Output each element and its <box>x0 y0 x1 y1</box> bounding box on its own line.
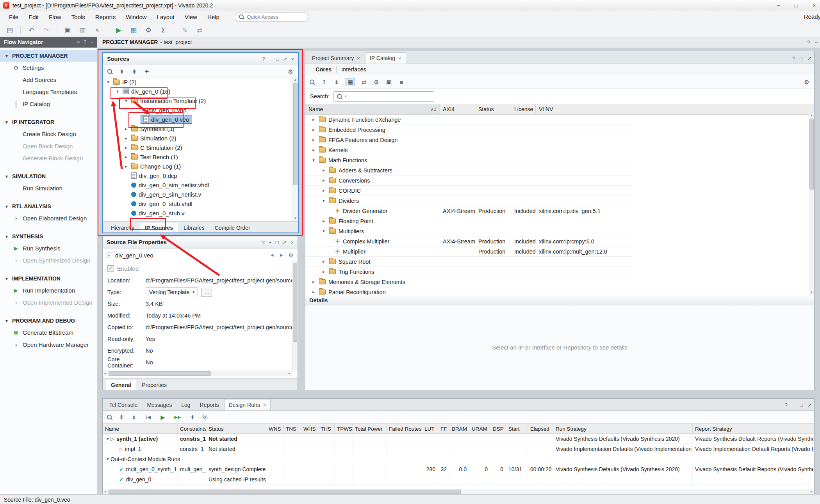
tree-item-div-gen-0-vho[interactable]: div_gen_0.vho <box>103 105 292 115</box>
reset-runs-icon[interactable] <box>143 415 154 419</box>
tab-messages[interactable]: Messages <box>143 399 176 410</box>
float-icon[interactable] <box>283 57 287 62</box>
tree-item-test-bench[interactable]: Test Bench (1) <box>103 152 292 161</box>
launch-run-icon[interactable] <box>159 414 166 420</box>
tree-item-c-simulation[interactable]: C Simulation (2) <box>103 143 292 152</box>
search-input[interactable] <box>333 91 434 102</box>
chevron-down-icon[interactable] <box>105 457 111 461</box>
tree-item-sim-netlist-v[interactable]: div_gen_0_sim_netlist.v <box>103 190 292 199</box>
tab-project-summary[interactable]: Project Summary <box>308 53 364 64</box>
settings-gear-icon[interactable] <box>803 79 810 85</box>
type-dropdown[interactable]: Verilog Template <box>146 287 198 297</box>
ip-catalog-row-cordic[interactable]: CORDIC <box>305 186 633 196</box>
expand-all-icon[interactable] <box>333 79 340 85</box>
chevron-right-icon[interactable] <box>123 136 129 140</box>
sources-panel-header[interactable]: Sources <box>103 53 298 65</box>
program-device-icon[interactable] <box>129 27 138 34</box>
chevron-right-icon[interactable] <box>311 138 316 142</box>
scroll-left-icon[interactable] <box>103 371 108 376</box>
minimize-icon[interactable] <box>269 240 272 245</box>
tab-compile-order[interactable]: Compile Order <box>210 223 255 232</box>
group-by-category-icon[interactable] <box>346 78 355 86</box>
edit-icon[interactable] <box>180 27 189 34</box>
menu-edit[interactable]: Edit <box>23 12 44 22</box>
chevron-down-icon[interactable] <box>115 89 120 94</box>
tab-hierarchy[interactable]: Hierarchy <box>106 223 139 232</box>
collapse-all-icon[interactable] <box>118 414 125 420</box>
run-row-impl-1[interactable]: impl_1 constrs_1 Not started Vivado Impl… <box>103 444 814 454</box>
column-header-total-power[interactable]: Total Power <box>353 424 387 433</box>
column-header-axi4[interactable]: AXI4 <box>440 104 475 114</box>
chevron-right-icon[interactable] <box>123 164 129 169</box>
sidebar-item-open-implemented-design[interactable]: Open Implemented Design <box>0 296 97 309</box>
horizontal-scrollbar[interactable] <box>103 489 814 494</box>
search-icon[interactable] <box>107 414 112 420</box>
help-icon[interactable] <box>84 40 86 44</box>
help-icon[interactable] <box>262 57 265 62</box>
sidebar-item-add-sources[interactable]: Add Sources <box>0 74 97 86</box>
maximize-icon[interactable] <box>276 240 279 245</box>
sidebar-section-rtl-analysis[interactable]: RTL ANALYSIS <box>0 201 97 212</box>
ip-catalog-row-multiplier[interactable]: Multiplier Production Included xilinx.co… <box>305 247 633 257</box>
tree-item-change-log[interactable]: Change Log (1) <box>103 161 292 171</box>
sidebar-item-open-synthesized-design[interactable]: Open Synthesized Design <box>0 254 97 266</box>
sidebar-item-run-simulation[interactable]: Run Simulation <box>0 182 97 194</box>
delete-icon[interactable] <box>93 27 102 34</box>
subtab-interfaces[interactable]: Interfaces <box>337 66 371 73</box>
tree-item-stub-vhdl[interactable]: div_gen_0_stub.vhdl <box>103 199 292 208</box>
scroll-up-icon[interactable] <box>293 77 298 82</box>
ip-catalog-row-floating-point[interactable]: Floating Point <box>305 216 633 226</box>
chevron-right-icon[interactable] <box>123 127 129 131</box>
chevron-right-icon[interactable] <box>311 290 316 294</box>
chevron-right-icon[interactable] <box>123 155 129 159</box>
create-run-icon[interactable] <box>189 413 196 421</box>
scrollbar-thumb[interactable] <box>109 371 211 376</box>
column-header-name[interactable]: Name <box>103 424 178 433</box>
vertical-scrollbar[interactable] <box>292 77 298 221</box>
scroll-left-icon[interactable] <box>103 489 108 494</box>
help-icon[interactable] <box>262 240 265 245</box>
chevron-right-icon[interactable] <box>321 188 326 193</box>
tree-item-div-gen-0-dcp[interactable]: div_gen_0.dcp <box>103 171 292 180</box>
column-header-whs[interactable]: WHS <box>301 424 318 433</box>
sidebar-item-open-hardware-manager[interactable]: Open Hardware Manager <box>0 339 97 351</box>
column-header-ff[interactable]: FF <box>438 424 449 433</box>
maximize-icon[interactable] <box>800 56 803 61</box>
sidebar-section-implementation[interactable]: IMPLEMENTATION <box>0 273 97 284</box>
minimize-icon[interactable] <box>815 40 818 45</box>
sidebar-item-language-templates[interactable]: Language Templates <box>0 86 97 98</box>
report-summary-icon[interactable] <box>159 27 168 34</box>
run-icon[interactable] <box>114 27 123 34</box>
tab-properties[interactable]: Properties <box>137 380 171 390</box>
column-header-status[interactable]: Status <box>475 104 511 114</box>
sidebar-item-ip-catalog[interactable]: IP Catalog <box>0 98 97 110</box>
maximize-button[interactable] <box>787 0 805 11</box>
column-header-report-strategy[interactable]: Report Strategy <box>693 424 813 433</box>
quick-access-search[interactable]: Quick Access <box>235 12 308 22</box>
sidebar-item-generate-bitstream[interactable]: Generate Bitstream <box>0 327 97 339</box>
tree-item-sim-netlist-vhdl[interactable]: div_gen_0_sim_netlist.vhdl <box>103 180 292 190</box>
maximize-icon[interactable] <box>276 57 279 62</box>
minimize-icon[interactable] <box>269 57 272 62</box>
tab-reports[interactable]: Reports <box>196 399 223 410</box>
ip-catalog-row-dividers[interactable]: Dividers <box>305 196 633 206</box>
tree-item-synthesis[interactable]: Synthesis (3) <box>103 124 292 133</box>
column-header-name[interactable]: Name ∧1 <box>305 104 440 114</box>
scrollbar-thumb[interactable] <box>109 490 461 494</box>
ip-catalog-row-conversions[interactable]: Conversions <box>305 176 633 186</box>
run-row-mult-gen-0-synth-1[interactable]: mult_gen_0_synth_1 mult_gen_0 synth_desi… <box>103 464 814 474</box>
sidebar-section-synthesis[interactable]: SYNTHESIS <box>0 231 97 242</box>
menu-icon[interactable] <box>77 40 80 44</box>
column-header-wns[interactable]: WNS <box>266 424 283 433</box>
expand-all-icon[interactable] <box>131 69 138 75</box>
paste-icon[interactable] <box>78 27 87 34</box>
settings-gear-icon[interactable] <box>287 69 294 75</box>
close-tab-icon[interactable] <box>398 56 401 61</box>
chevron-down-icon[interactable] <box>123 99 129 103</box>
chevron-down-icon[interactable] <box>105 437 111 441</box>
scroll-up-icon[interactable] <box>809 113 814 118</box>
add-sources-icon[interactable] <box>143 68 150 75</box>
ip-catalog-row-memories-storage[interactable]: Memories & Storage Elements <box>305 277 633 287</box>
tree-item-ip[interactable]: IP (2) <box>103 77 292 87</box>
settings-gear-icon[interactable] <box>144 27 153 34</box>
